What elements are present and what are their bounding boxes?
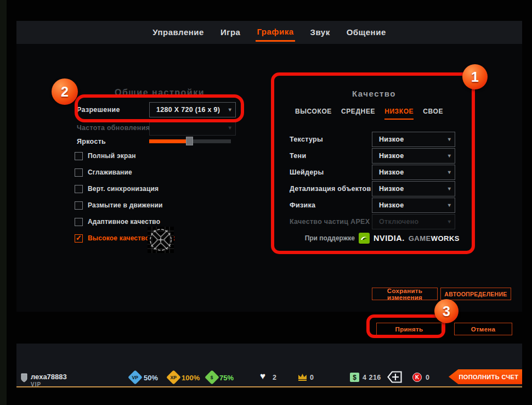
- chevron-down-icon: ▾: [448, 136, 451, 142]
- brightness-slider-handle[interactable]: [186, 137, 193, 145]
- resolution-label: Разрешение: [77, 106, 120, 114]
- chevron-down-icon: ▾: [229, 125, 231, 131]
- apex-particles-select: Отключено ▾: [372, 214, 455, 229]
- checkbox-label: Сглаживание: [88, 168, 132, 176]
- shaders-select[interactable]: Низкое ▾: [372, 165, 455, 180]
- nvidia-logo-icon: [359, 233, 370, 244]
- checkbox-adaptive-quality[interactable]: Адаптивное качество: [75, 217, 160, 226]
- nvidia-support-line: При поддержке NVIDIA. GAMEWORKS: [290, 233, 460, 244]
- quality-title: Качество: [292, 89, 456, 98]
- gameworks-wordmark: GAMEWORKS: [409, 234, 460, 243]
- physics-label: Физика: [290, 201, 315, 209]
- textures-select[interactable]: Низкое ▾: [372, 132, 455, 147]
- tab-quality-medium[interactable]: СРЕДНЕЕ: [341, 108, 375, 120]
- xp-boost-value: 100%: [182, 374, 200, 382]
- add-funds-icon[interactable]: [387, 371, 402, 385]
- checkbox-vsync[interactable]: Верт. синхронизация: [75, 184, 159, 193]
- credits-currency-icon: $: [350, 373, 359, 382]
- supported-by-label: При поддержке: [305, 234, 355, 242]
- top-up-account-button[interactable]: ПОПОЛНИТЬ СЧЕТ: [449, 369, 522, 384]
- chevron-down-icon: ▾: [448, 153, 451, 159]
- brightness-slider-fill: [149, 139, 188, 143]
- textures-value: Низкое: [379, 136, 404, 143]
- resolution-value: 1280 X 720 (16 x 9): [156, 106, 220, 114]
- tab-graphics[interactable]: Графика: [256, 24, 295, 42]
- general-settings-title: Общие настройки: [77, 88, 242, 98]
- crosshair-preview-icon: [148, 227, 174, 255]
- shield-icon: [21, 373, 27, 385]
- object-detail-label: Детализация объектов: [290, 185, 371, 193]
- cancel-button[interactable]: Отмена: [454, 323, 512, 335]
- physics-select[interactable]: Низкое ▾: [372, 198, 455, 213]
- quality-preset-tabs: ВЫСОКОЕ СРЕДНЕЕ НИЗКОЕ СВОЕ: [295, 108, 443, 120]
- checkbox-icon: [75, 185, 83, 193]
- brightness-slider[interactable]: [149, 139, 231, 143]
- apex-particles-label: Качество частиц APEX: [290, 218, 370, 226]
- kredits-icon: K: [412, 373, 422, 382]
- checkbox-antialiasing[interactable]: Сглаживание: [75, 168, 132, 177]
- apex-particles-value: Отключено: [379, 218, 419, 226]
- tab-sound[interactable]: Звук: [309, 24, 331, 41]
- refresh-rate-select: ▾: [149, 120, 236, 136]
- chevron-down-icon: ▾: [448, 169, 451, 175]
- player-nickname[interactable]: леха78883: [31, 373, 67, 381]
- crowns-count: 0: [310, 374, 314, 381]
- hearts-icon: ♥: [260, 371, 265, 382]
- checkbox-label: Верт. синхронизация: [88, 185, 159, 193]
- checkbox-icon: [75, 218, 83, 226]
- tab-game[interactable]: Игра: [219, 24, 242, 41]
- desktop-edge: [0, 0, 7, 405]
- checkbox-icon: [75, 201, 83, 210]
- settings-window: Управление Игра Графика Звук Общение Общ…: [0, 0, 532, 405]
- credits-count: 4 216: [363, 374, 381, 381]
- tab-social[interactable]: Общение: [346, 24, 387, 41]
- textures-label: Текстуры: [290, 136, 323, 143]
- chevron-down-icon: ▾: [448, 218, 451, 224]
- tab-quality-custom[interactable]: СВОЕ: [423, 108, 443, 120]
- shaders-label: Шейдеры: [290, 168, 324, 176]
- player-status-bar: [16, 344, 522, 387]
- crown-icon: [297, 373, 308, 384]
- refresh-rate-label: Частота обновления: [77, 124, 150, 132]
- vp-boost-value: 50%: [144, 374, 158, 382]
- shadows-value: Низкое: [379, 152, 404, 160]
- player-vip-status: VIP: [31, 381, 41, 387]
- chevron-down-icon: ▾: [448, 185, 451, 192]
- object-detail-select[interactable]: Низкое ▾: [372, 181, 455, 196]
- credit-boost-value: 75%: [219, 374, 234, 382]
- tab-quality-low[interactable]: НИЗКОЕ: [384, 108, 414, 120]
- autodetect-button[interactable]: АВТООПРЕДЕЛЕНИЕ: [440, 288, 511, 300]
- checkbox-label: Адаптивное качество: [88, 218, 160, 226]
- shaders-value: Низкое: [379, 168, 404, 176]
- checkbox-icon: [75, 152, 83, 160]
- confirm-bar: [16, 312, 522, 344]
- brightness-label: Яркость: [77, 138, 106, 145]
- shadows-label: Тени: [290, 152, 306, 160]
- tab-quality-high[interactable]: ВЫСОКОЕ: [295, 108, 332, 120]
- shadows-select[interactable]: Низкое ▾: [372, 148, 455, 164]
- hearts-count: 2: [273, 374, 276, 381]
- checkbox-fullscreen[interactable]: Полный экран: [75, 151, 136, 160]
- chevron-down-icon: ▾: [229, 106, 231, 113]
- checkbox-label: Полный экран: [88, 152, 136, 160]
- nvidia-wordmark: NVIDIA.: [373, 234, 405, 243]
- chevron-down-icon: ▾: [448, 202, 451, 208]
- checkbox-icon: [75, 168, 83, 177]
- accept-button[interactable]: Принять: [376, 323, 442, 335]
- save-changes-button[interactable]: Сохранить изменения: [372, 288, 438, 300]
- settings-nav: Управление Игра Графика Звук Общение: [16, 21, 522, 44]
- tab-controls[interactable]: Управление: [151, 24, 205, 41]
- kredits-count: 0: [426, 374, 429, 381]
- physics-value: Низкое: [379, 201, 404, 209]
- resolution-select[interactable]: 1280 X 720 (16 x 9) ▾: [149, 102, 236, 117]
- checkbox-icon: [75, 234, 83, 243]
- object-detail-value: Низкое: [379, 185, 404, 193]
- checkbox-label: Размытие в движении: [88, 201, 163, 209]
- checkbox-motion-blur[interactable]: Размытие в движении: [75, 201, 163, 210]
